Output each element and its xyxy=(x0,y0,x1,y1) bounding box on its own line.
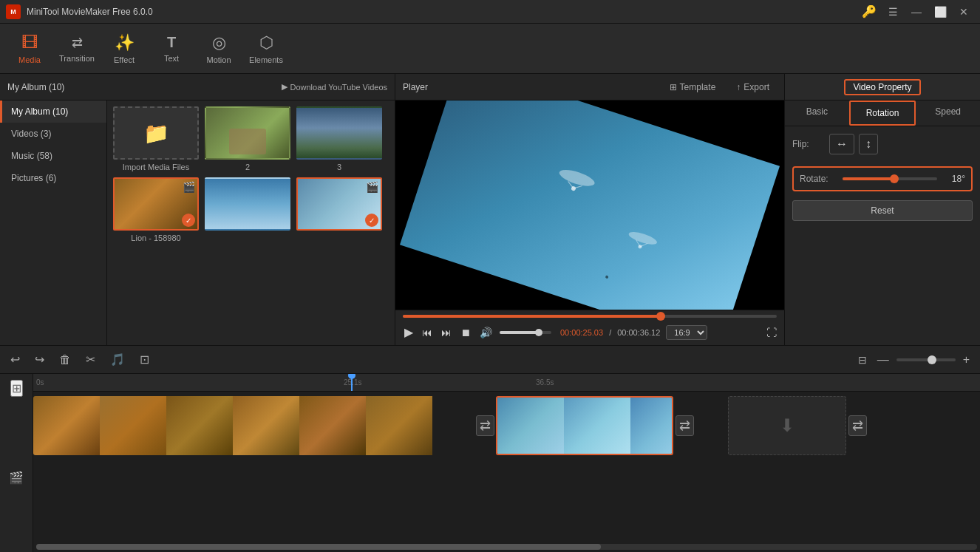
restore-button[interactable]: ⬜ xyxy=(930,4,950,20)
left-panel: My Album (10) ▶ Download YouTube Videos … xyxy=(0,74,395,345)
aspect-ratio-select[interactable]: 16:9 4:3 1:1 xyxy=(666,325,707,340)
import-media-thumb[interactable]: 📁 Import Media Files xyxy=(113,106,199,171)
redo-btn[interactable]: ↪ xyxy=(32,351,47,368)
media-thumb-2[interactable]: 2 xyxy=(205,106,290,171)
sky-frame-2 xyxy=(564,398,630,455)
zoom-thumb xyxy=(928,355,936,364)
minimize-button[interactable]: — xyxy=(906,4,927,20)
transition-icon: ⇄ xyxy=(72,35,83,51)
timeline-ruler: 0s 25.1s 36.5s xyxy=(33,374,980,392)
volume-btn[interactable]: 🔊 xyxy=(478,325,494,340)
rotate-value: 18° xyxy=(943,174,965,184)
export-btn[interactable]: ↑ Export xyxy=(729,79,777,95)
toolbar-effect[interactable]: ✨ Effect xyxy=(101,27,148,71)
video-container xyxy=(395,100,784,310)
download-youtube-btn[interactable]: ▶ Download YouTube Videos xyxy=(282,82,388,92)
motion-icon: ◎ xyxy=(212,33,226,52)
youtube-icon: ▶ xyxy=(282,82,287,92)
media-thumb-5[interactable] xyxy=(205,177,290,242)
cut-btn[interactable]: ✂ xyxy=(83,351,98,368)
video-badge: 🎬 xyxy=(183,181,195,193)
transition-arrow-3-icon: ⇄ xyxy=(848,415,867,436)
zoom-in-btn[interactable]: + xyxy=(960,352,973,368)
zoom-out-btn[interactable]: — xyxy=(874,352,892,368)
next-btn[interactable]: ⏭ xyxy=(440,325,453,340)
clip-transition-2[interactable]: ⇄ xyxy=(673,396,695,455)
add-media-track-btn[interactable]: ⊞ xyxy=(10,380,23,397)
clip-sky[interactable] xyxy=(496,396,673,455)
crop-btn[interactable]: ⊡ xyxy=(137,351,152,368)
progress-bar[interactable] xyxy=(403,315,777,318)
volume-slider[interactable] xyxy=(500,331,551,334)
toolbar-motion[interactable]: ◎ Motion xyxy=(195,27,242,71)
app-logo: M xyxy=(6,4,21,19)
zoom-fit-btn[interactable]: ⊟ xyxy=(855,352,870,367)
flip-row: Flip: ↔ ↕ xyxy=(792,134,973,154)
rotate-row: Rotate: 18° xyxy=(800,174,965,184)
media-thumb-3[interactable]: 3 xyxy=(296,106,382,171)
clip-lion[interactable] xyxy=(33,396,474,455)
svg-point-0 xyxy=(557,166,596,189)
playhead[interactable] xyxy=(351,374,353,391)
media-thumb-lion[interactable]: 🎬 ✓ Lion - 158980 xyxy=(113,177,199,242)
play-btn[interactable]: ▶ xyxy=(403,324,415,341)
timeline-scrollbar[interactable] xyxy=(36,544,977,550)
close-button[interactable]: ✕ xyxy=(953,4,974,20)
timeline-toolbar: ↩ ↪ 🗑 ✂ 🎵 ⊡ ⊟ — + xyxy=(0,346,980,374)
zoom-slider[interactable] xyxy=(896,358,956,361)
rotate-fill xyxy=(843,177,894,180)
flip-horizontal-btn[interactable]: ↔ xyxy=(829,134,854,154)
thumb-label-2: 2 xyxy=(245,163,250,171)
property-tabs: Basic Rotation Speed xyxy=(785,100,980,126)
sidebar-item-videos[interactable]: Videos (3) xyxy=(0,123,106,145)
sidebar-item-pictures[interactable]: Pictures (6) xyxy=(0,167,106,189)
player-controls: ▶ ⏮ ⏭ ⏹ 🔊 00:00:25.03 / 00:00:36.12 16:9… xyxy=(395,310,784,345)
sidebar-item-music[interactable]: Music (58) xyxy=(0,145,106,167)
scrollbar-thumb xyxy=(36,544,601,550)
video-track: ⇄ ⇄ ⬇ xyxy=(33,392,980,460)
clip-transition-3[interactable]: ⇄ xyxy=(846,396,868,455)
tab-rotation[interactable]: Rotation xyxy=(849,100,916,126)
album-title: My Album (10) xyxy=(7,82,64,92)
audio-btn[interactable]: 🎵 xyxy=(107,351,128,368)
toolbar-transition[interactable]: ⇄ Transition xyxy=(53,27,101,71)
sidebar-list: My Album (10) Videos (3) Music (58) Pict… xyxy=(0,100,107,345)
menu-button[interactable]: ☰ xyxy=(882,4,903,20)
media-thumb-6[interactable]: 🎬 ✓ xyxy=(296,177,382,242)
sky-frame-1 xyxy=(497,398,564,455)
sidebar-item-myalbum[interactable]: My Album (10) xyxy=(0,100,106,123)
tab-speed[interactable]: Speed xyxy=(916,100,980,126)
effect-label: Effect xyxy=(114,55,135,64)
import-box[interactable]: 📁 xyxy=(113,106,199,160)
motion-label: Motion xyxy=(206,55,231,64)
tab-basic[interactable]: Basic xyxy=(785,100,849,126)
stop-btn[interactable]: ⏹ xyxy=(459,325,472,340)
video-frame-inner xyxy=(400,100,780,310)
toolbar-elements[interactable]: ⬡ Elements xyxy=(242,27,290,71)
audio-track xyxy=(33,460,980,497)
delete-btn[interactable]: 🗑 xyxy=(56,352,74,368)
panel-header: My Album (10) ▶ Download YouTube Videos xyxy=(0,74,395,100)
timeline-main: 0s 25.1s 36.5s xyxy=(33,374,980,552)
thumb-img-6: 🎬 ✓ xyxy=(296,177,382,231)
thumb-img-lion: 🎬 ✓ xyxy=(113,177,199,231)
lion-frame-4 xyxy=(233,396,299,455)
effect-icon: ✨ xyxy=(115,33,135,52)
total-time: 00:00:36.12 xyxy=(617,328,660,337)
rotate-slider[interactable] xyxy=(843,177,937,180)
main-area: My Album (10) ▶ Download YouTube Videos … xyxy=(0,74,980,345)
template-btn[interactable]: ⊞ Template xyxy=(662,79,724,95)
rotate-section: Rotate: 18° xyxy=(792,166,973,191)
volume-fill xyxy=(500,331,539,334)
undo-btn[interactable]: ↩ xyxy=(7,351,23,368)
prev-btn[interactable]: ⏮ xyxy=(421,325,434,340)
clip-placeholder[interactable]: ⬇ xyxy=(728,396,846,455)
transition-label: Transition xyxy=(59,54,95,63)
flip-vertical-btn[interactable]: ↕ xyxy=(859,134,878,154)
clip-transition-1[interactable]: ⇄ xyxy=(474,396,496,455)
folder-icon: 📁 xyxy=(143,121,169,146)
fullscreen-btn[interactable]: ⛶ xyxy=(766,327,777,338)
toolbar-media[interactable]: 🎞 Media xyxy=(6,27,53,71)
reset-btn[interactable]: Reset xyxy=(792,200,973,221)
toolbar-text[interactable]: T Text xyxy=(148,27,195,71)
